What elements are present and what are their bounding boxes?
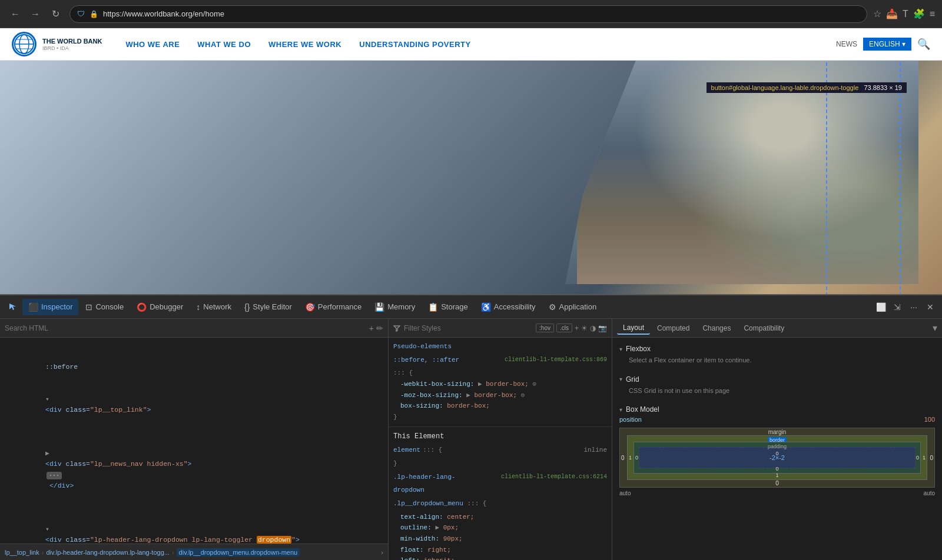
breadcrumb-item-0[interactable]: lp__top_link xyxy=(5,549,39,556)
tab-network[interactable]: ↕ Network xyxy=(190,299,237,315)
nav-what-we-do[interactable]: WHAT WE DO xyxy=(197,40,251,49)
tab-layout[interactable]: Layout xyxy=(617,322,650,335)
layout-section-flexbox: ▾ Flexbox Select a Flex container or ite… xyxy=(619,342,935,366)
devtools-close-button[interactable]: ✕ xyxy=(923,300,937,314)
address-bar[interactable]: 🛡 🔒 https://www.worldbank.org/en/home xyxy=(69,5,867,23)
devtools-undock-button[interactable]: ⇲ xyxy=(890,300,904,314)
margin-label: margin xyxy=(768,429,787,435)
search-icon-wb[interactable]: 🔍 xyxy=(917,38,930,51)
hero-machine-body xyxy=(577,61,918,284)
url-text: https://www.worldbank.org/en/home xyxy=(103,9,860,18)
lock-icon: 🔒 xyxy=(89,10,98,18)
add-rule-icon[interactable]: + xyxy=(575,324,579,332)
wb-header-right: NEWS ENGLISH ▾ 🔍 xyxy=(836,38,930,51)
css-lp-header-selector: .lp-header-lang- clientlib-l1-template.c… xyxy=(389,471,612,484)
tree-line-langdropdown[interactable]: ▾ <div class="lp-header-lang-dropdown lp… xyxy=(0,502,388,544)
tree-line-before[interactable]: ::before xyxy=(0,340,388,384)
toggle-arrow-newsnav[interactable]: ▶ xyxy=(45,449,49,457)
css-lp-dropdown-menu: .lp__dropdown_menu ::: { xyxy=(389,497,612,511)
screenshot-icon[interactable]: 📷 xyxy=(598,324,607,332)
light-icon[interactable]: ☀ xyxy=(581,324,588,332)
application-icon: ⚙ xyxy=(549,302,556,312)
css-panel: :hov .cls + ☀ ◑ 📷 Pseudo-elements ::befo… xyxy=(389,319,612,560)
hov-button[interactable]: :hov xyxy=(536,324,554,332)
tab-compatibility[interactable]: Compatibility xyxy=(738,322,790,334)
console-icon: ⊡ xyxy=(85,302,92,312)
filter-icon xyxy=(393,325,400,332)
hero-machine xyxy=(565,61,918,284)
tag-div-newsnav: <div xyxy=(45,460,66,468)
html-search-input[interactable] xyxy=(5,324,364,332)
tab-inspector[interactable]: ⬛ Inspector xyxy=(22,299,78,315)
devtools: ⬛ Inspector ⊡ Console ⭕ Debugger ↕ Netwo… xyxy=(0,294,942,560)
element-picker-button[interactable] xyxy=(5,299,21,315)
devtools-more-button[interactable]: ··· xyxy=(907,300,921,314)
padding-right-val: 0 xyxy=(916,455,919,461)
nav-where-we-work[interactable]: WHERE WE WORK xyxy=(268,40,341,49)
layout-tabs: Layout Computed Changes Compatibility ▾ xyxy=(612,319,942,338)
tab-computed[interactable]: Computed xyxy=(651,322,695,334)
news-button[interactable]: NEWS xyxy=(836,40,857,48)
tab-console[interactable]: ⊡ Console xyxy=(79,299,130,315)
tree-line-newsnav[interactable]: ▶ <div class="lp__news_nav hidden-xs"> ·… xyxy=(0,426,388,502)
boxmodel-header[interactable]: ▾ Box Model xyxy=(619,403,935,416)
memory-icon: 💾 xyxy=(374,302,384,312)
nav-understanding-poverty[interactable]: UNDERSTANDING POVERTY xyxy=(359,40,470,49)
tree-line-toplinkopen[interactable]: ▾ <div class="lp__top_link"> xyxy=(0,384,388,427)
grid-header[interactable]: ▾ Grid xyxy=(619,373,935,386)
page-area: THE WORLD BANK IBRD • IDA WHO WE ARE WHA… xyxy=(0,28,942,294)
box-padding-layer: padding 0 0 0 0 -2×-2 xyxy=(633,442,921,474)
flexbox-header[interactable]: ▾ Flexbox xyxy=(619,342,935,355)
breadcrumb-item-2-active[interactable]: div.lp__dropdown_menu.dropdown-menu xyxy=(177,548,300,556)
breadcrumb-item-1[interactable]: div.lp-header-lang-dropdown.lp-lang-togg… xyxy=(46,549,170,556)
tab-application[interactable]: ⚙ Application xyxy=(543,299,603,315)
extensions-icon[interactable]: 🧩 xyxy=(913,8,925,19)
css-rule-minwidth: min-width: 90px; xyxy=(393,534,607,545)
layout-section-grid: ▾ Grid CSS Grid is not in use on this pa… xyxy=(619,373,935,396)
css-pseudo-selector-line: ::before, ::after clientlib-l1-template.… xyxy=(389,354,612,367)
add-node-icon[interactable]: + xyxy=(369,324,374,333)
padding-left-val: 0 xyxy=(635,455,638,461)
dashed-line-v xyxy=(826,62,827,294)
css-lp-header-dropdown: dropdown xyxy=(389,484,612,497)
tab-style-editor[interactable]: {} Style Editor xyxy=(238,299,298,315)
layout-panel-chevron[interactable]: ▾ xyxy=(933,322,937,334)
attr-dropdown: dropdown xyxy=(257,536,291,544)
dark-icon[interactable]: ◑ xyxy=(590,324,596,332)
cls-button[interactable]: .cls xyxy=(556,324,572,332)
forward-button[interactable]: → xyxy=(27,6,44,22)
wb-logo-circle xyxy=(12,32,37,56)
pick-element-icon[interactable]: ✏ xyxy=(376,324,383,333)
breadcrumb-arrow[interactable]: › xyxy=(381,549,383,556)
boxmodel-arrow: ▾ xyxy=(619,406,622,413)
tab-performance[interactable]: 🎯 Performance xyxy=(299,299,367,315)
nav-who-we-are[interactable]: WHO WE ARE xyxy=(125,40,180,49)
css-filter-input[interactable] xyxy=(404,324,532,332)
menu-icon[interactable]: ≡ xyxy=(930,9,935,19)
english-button[interactable]: ENGLISH ▾ xyxy=(863,38,911,51)
css-tree: Pseudo-elements ::before, ::after client… xyxy=(389,338,612,560)
accessibility-icon: ♿ xyxy=(481,302,491,312)
tab-debugger[interactable]: ⭕ Debugger xyxy=(131,299,189,315)
tab-memory[interactable]: 💾 Memory xyxy=(369,299,421,315)
devtools-toolbar-right: ⬜ ⇲ ··· ✕ xyxy=(874,300,937,314)
toggle-arrow-toplink[interactable]: ▾ xyxy=(45,395,49,403)
tab-changes[interactable]: Changes xyxy=(696,322,737,334)
hero-area xyxy=(0,61,942,294)
nav-buttons: ← → ↻ xyxy=(7,6,64,22)
html-search-icons: + ✏ xyxy=(369,324,383,333)
tab-accessibility[interactable]: ♿ Accessibility xyxy=(475,299,542,315)
filter-icon-moz: ⊙ xyxy=(521,392,525,399)
box-margin-outer: margin 0 0 0 0 border 1 1 1 1 xyxy=(619,428,935,488)
pocket-icon[interactable]: 📥 xyxy=(886,8,898,19)
css-section-pseudo: Pseudo-elements ::before, ::after client… xyxy=(389,340,612,427)
wb-nav: WHO WE ARE WHAT WE DO WHERE WE WORK UNDE… xyxy=(125,40,836,49)
title-icon[interactable]: T xyxy=(903,9,908,19)
tab-storage[interactable]: 📋 Storage xyxy=(422,299,474,315)
bookmark-icon[interactable]: ☆ xyxy=(873,8,881,19)
toggle-arrow-langdropdown[interactable]: ▾ xyxy=(45,525,49,533)
refresh-button[interactable]: ↻ xyxy=(47,6,64,22)
back-button[interactable]: ← xyxy=(7,6,24,22)
devtools-main: + ✏ ::before ▾ <div class="lp__top_link"… xyxy=(0,319,942,560)
devtools-dock-button[interactable]: ⬜ xyxy=(874,300,888,314)
